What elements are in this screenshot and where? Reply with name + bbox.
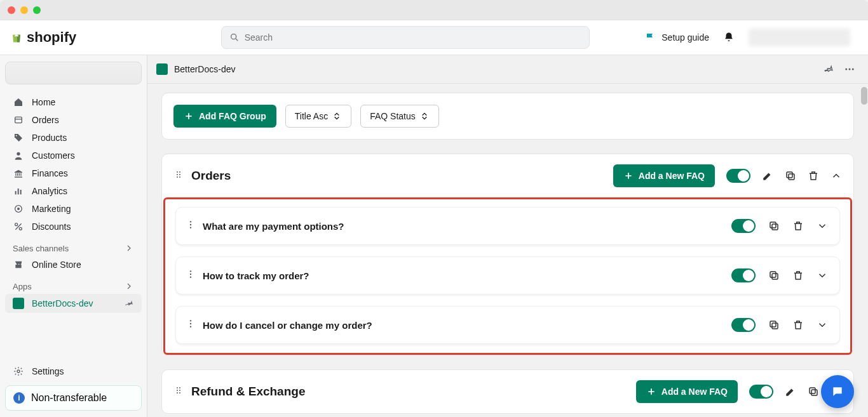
window-titlebar <box>0 0 868 20</box>
copy-button[interactable] <box>768 220 780 232</box>
search-icon <box>229 32 240 43</box>
faq-item: What are my payment options? <box>175 207 840 245</box>
delete-button[interactable] <box>792 220 804 232</box>
store-switcher[interactable] <box>5 62 142 84</box>
delete-button[interactable] <box>808 170 819 182</box>
more-icon[interactable] <box>844 63 855 75</box>
faq-group-refund-exchange: Refund & Exchange Add a New FAQ <box>161 369 854 414</box>
faq-enable-toggle[interactable] <box>731 219 756 233</box>
svg-point-46 <box>179 392 180 394</box>
group-enable-toggle[interactable] <box>749 385 773 399</box>
chevron-down-icon <box>817 270 828 281</box>
expand-button[interactable] <box>817 220 828 232</box>
sidebar-section-sales-channels[interactable]: Sales channels <box>5 235 142 256</box>
setup-guide-link[interactable]: Setup guide <box>645 32 709 43</box>
svg-point-10 <box>17 208 20 210</box>
svg-point-23 <box>179 176 180 178</box>
svg-point-32 <box>190 274 191 275</box>
faq-enable-toggle[interactable] <box>731 268 756 282</box>
drag-handle-icon[interactable] <box>187 319 194 331</box>
non-transferable-label: Non-transferable <box>31 392 107 404</box>
faq-toolbar: Add FAQ Group Title Asc FAQ Status <box>161 93 854 140</box>
brand-text: shopify <box>27 29 76 46</box>
svg-line-1 <box>236 39 238 41</box>
orders-icon <box>13 115 24 125</box>
add-new-faq-button[interactable]: Add a New FAQ <box>636 380 738 403</box>
window-close-button[interactable] <box>8 6 15 14</box>
drag-handle-icon[interactable] <box>187 269 194 282</box>
sidebar-item-customers[interactable]: Customers <box>5 147 142 164</box>
sidebar-item-label: BetterDocs-dev <box>32 298 93 308</box>
non-transferable-notice[interactable]: i Non-transferable <box>5 385 142 411</box>
drag-handle-icon[interactable] <box>173 169 184 182</box>
faq-enable-toggle[interactable] <box>731 318 756 332</box>
svg-rect-2 <box>15 117 22 122</box>
faq-question: What are my payment options? <box>203 221 344 232</box>
search-box[interactable] <box>221 26 590 49</box>
sort-dropdown[interactable]: Title Asc <box>285 105 351 128</box>
chevron-up-icon <box>831 170 842 182</box>
logo[interactable]: shopify <box>10 29 165 46</box>
sidebar-item-discounts[interactable]: Discounts <box>5 218 142 235</box>
window-zoom-button[interactable] <box>33 6 41 14</box>
copy-button[interactable] <box>768 270 780 281</box>
pin-icon[interactable] <box>122 296 136 310</box>
svg-point-31 <box>190 270 191 272</box>
svg-rect-30 <box>770 222 776 228</box>
expand-button[interactable] <box>817 319 828 331</box>
drag-handle-icon[interactable] <box>173 385 184 398</box>
sidebar-item-label: Marketing <box>32 204 71 214</box>
collapse-button[interactable] <box>831 170 842 182</box>
copy-button[interactable] <box>808 386 819 397</box>
bell-icon[interactable] <box>723 32 735 43</box>
sidebar-item-label: Orders <box>32 115 59 125</box>
sidebar-item-label: Finances <box>32 168 68 178</box>
svg-point-15 <box>845 69 847 70</box>
sidebar-item-analytics[interactable]: Analytics <box>5 182 142 200</box>
delete-button[interactable] <box>792 319 804 331</box>
edit-button[interactable] <box>785 386 796 397</box>
percent-icon <box>13 222 24 232</box>
sidebar-item-home[interactable]: Home <box>5 93 142 111</box>
button-label: Add FAQ Group <box>199 111 266 121</box>
svg-point-20 <box>177 176 178 178</box>
sidebar-item-settings[interactable]: Settings <box>5 362 142 380</box>
app-logo-icon <box>156 63 168 75</box>
chevron-right-icon <box>124 281 134 291</box>
app-title: BetterDocs-dev <box>174 64 235 74</box>
sidebar-item-betterdocs[interactable]: BetterDocs-dev <box>5 294 142 313</box>
group-title: Refund & Exchange <box>191 385 305 399</box>
faq-status-dropdown[interactable]: FAQ Status <box>360 105 439 128</box>
sidebar-item-marketing[interactable]: Marketing <box>5 200 142 218</box>
scrollbar-thumb[interactable] <box>861 87 867 105</box>
copy-button[interactable] <box>768 319 780 331</box>
sidebar-item-label: Settings <box>32 366 64 376</box>
search-input[interactable] <box>245 32 581 43</box>
add-faq-group-button[interactable]: Add FAQ Group <box>173 105 276 128</box>
sidebar-item-finances[interactable]: Finances <box>5 164 142 182</box>
pin-icon[interactable] <box>822 62 836 76</box>
sidebar-item-products[interactable]: Products <box>5 129 142 147</box>
plus-icon <box>184 111 194 121</box>
drag-handle-icon[interactable] <box>187 220 194 232</box>
account-menu[interactable] <box>749 29 850 46</box>
expand-button[interactable] <box>817 270 828 281</box>
svg-point-26 <box>190 221 191 222</box>
add-new-faq-button[interactable]: Add a New FAQ <box>613 164 715 187</box>
window-minimize-button[interactable] <box>20 6 28 14</box>
svg-point-36 <box>190 320 191 321</box>
svg-point-43 <box>177 392 178 394</box>
svg-point-17 <box>852 69 854 70</box>
svg-rect-6 <box>15 191 17 194</box>
edit-button[interactable] <box>762 170 773 182</box>
svg-point-16 <box>849 69 851 70</box>
copy-button[interactable] <box>785 170 796 182</box>
group-enable-toggle[interactable] <box>726 169 750 183</box>
main-scrollbar[interactable] <box>860 84 868 417</box>
sidebar-item-online-store[interactable]: Online Store <box>5 256 142 274</box>
home-icon <box>13 97 24 107</box>
sidebar-item-orders[interactable]: Orders <box>5 111 142 129</box>
chat-widget-button[interactable] <box>821 375 854 408</box>
sidebar-section-apps[interactable]: Apps <box>5 274 142 294</box>
delete-button[interactable] <box>792 270 804 281</box>
